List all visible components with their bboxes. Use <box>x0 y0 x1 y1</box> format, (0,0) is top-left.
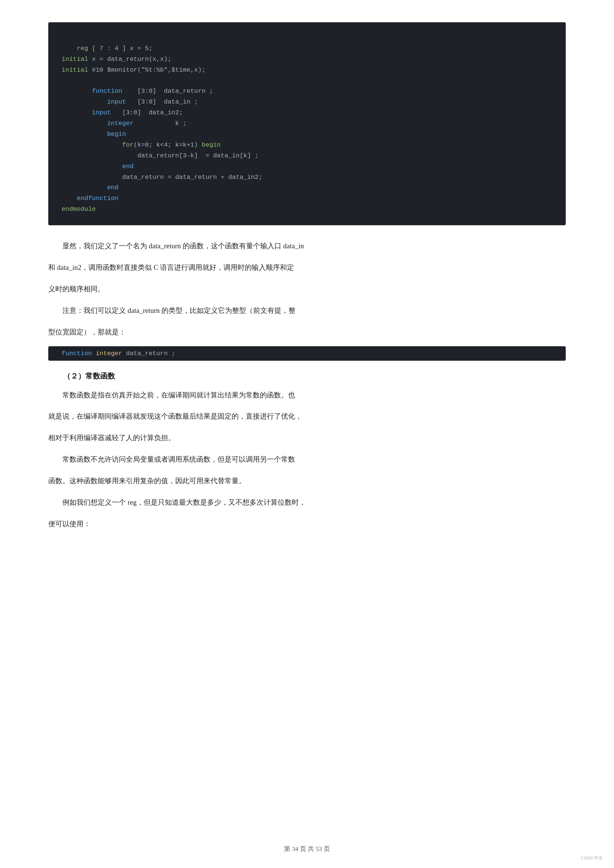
code-kw: endmodule <box>62 206 96 212</box>
code-kw: input <box>92 109 111 116</box>
code-kw: integer <box>96 350 122 357</box>
page-number: 第 34 页 共 53 页 <box>284 845 330 852</box>
page-footer: 第 34 页 共 53 页 <box>0 845 614 853</box>
code-kw: function <box>62 350 92 357</box>
paragraph-1c: 义时的顺序相同。 <box>48 282 566 296</box>
code-text: [3:0] data_in2; <box>111 109 183 116</box>
watermark: CSDN 中文 <box>581 855 603 861</box>
code-text: (k=0; k<4; k=k+1) <box>133 141 202 149</box>
page-container: reg [ 7 : 4 ] x = 5; initial x = data_re… <box>0 0 614 568</box>
paragraph-4: 常数函数不允许访问全局变量或者调用系统函数，但是可以调用另一个常数 <box>48 452 566 467</box>
paragraph-1: 显然，我们定义了一个名为 data_return 的函数，这个函数有量个输入口 … <box>48 239 566 253</box>
code-kw: function <box>92 88 122 95</box>
paragraph-1b: 和 data_in2，调用函数时直接类似 C 语言进行调用就好，调用时的输入顺序… <box>48 260 566 275</box>
code-text: [3:0] data_in ; <box>126 98 198 105</box>
code-kw: initial <box>62 56 88 63</box>
code-kw: input <box>107 98 126 105</box>
paragraph-2b: 型位宽固定），那就是： <box>48 325 566 339</box>
paragraph-2: 注意：我们可以定义 data_return 的类型，比如定义它为整型（前文有提，… <box>48 303 566 318</box>
paragraph-3c: 相对于利用编译器减轻了人的计算负担。 <box>48 431 566 445</box>
code-text: data_return[3-k] = data_in[k] ; <box>137 152 258 159</box>
code-text: x = data_return(x,x); <box>88 56 171 63</box>
code-text: [ 7 : 4 ] x = 5; <box>88 45 152 52</box>
inline-code-block: function integer data_return ; <box>48 346 566 361</box>
paragraph-3b: 就是说，在编译期间编译器就发现这个函数最后结果是固定的，直接进行了优化， <box>48 409 566 424</box>
code-kw: begin <box>107 131 126 138</box>
code-kw: endfunction <box>77 195 118 202</box>
main-code-block: reg [ 7 : 4 ] x = 5; initial x = data_re… <box>48 22 566 225</box>
section-heading: （２）常数函数 <box>63 371 566 381</box>
code-kw: reg <box>77 45 88 52</box>
code-text: data_return = data_return + data_in2; <box>122 174 262 181</box>
paragraph-5b: 便可以使用： <box>48 516 566 532</box>
code-text: #10 $monitor("%t:%b",$time,x); <box>88 67 205 73</box>
paragraph-3: 常数函数是指在仿真开始之前，在编译期间就计算出结果为常数的函数。也 <box>48 388 566 403</box>
code-kw: initial <box>62 67 88 73</box>
code-kw: for <box>122 141 133 149</box>
code-kw: end <box>107 184 118 191</box>
code-kw: begin <box>202 141 220 149</box>
code-kw: end <box>122 163 133 170</box>
paragraph-5: 例如我们想定义一个 reg，但是只知道最大数是多少，又不想多次计算位数时， <box>48 495 566 510</box>
code-kw: integer <box>107 120 133 127</box>
code-text: k ; <box>133 120 187 127</box>
paragraph-4b: 函数。这种函数能够用来引用复杂的值，因此可用来代替常量。 <box>48 474 566 488</box>
code-text: [3:0] data_return ; <box>122 88 213 95</box>
